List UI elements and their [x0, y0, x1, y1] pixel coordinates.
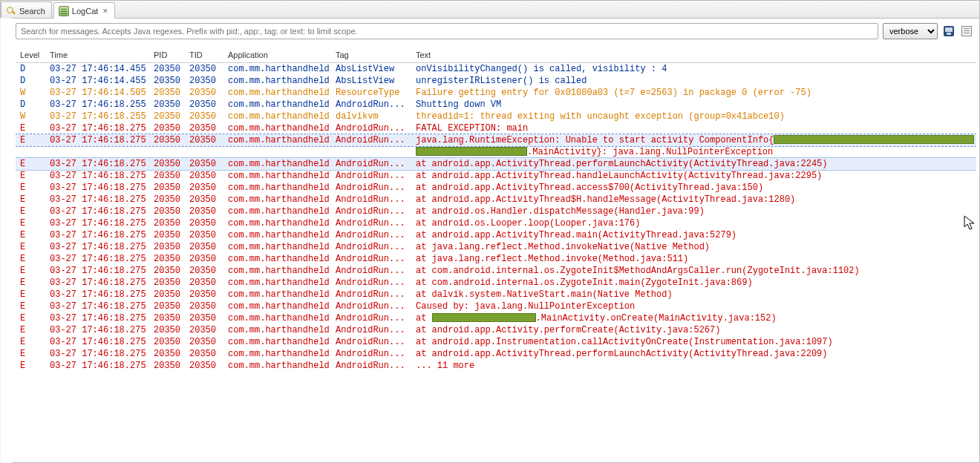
- cell-app: com.mm.harthandheld: [223, 206, 331, 217]
- cell-tid: 20350: [185, 241, 223, 253]
- col-header-tag[interactable]: Tag: [331, 49, 411, 63]
- cell-text: at android.os.Handler.dispatchMessage(Ha…: [411, 206, 976, 217]
- cell-text: at android.app.ActivityThread.access$700…: [411, 182, 976, 194]
- cell-pid: 20350: [149, 336, 185, 348]
- cell-time: 03-27 17:46:18.275: [45, 348, 149, 360]
- cell-time: 03-27 17:46:18.275: [45, 289, 149, 301]
- table-row[interactable]: E03-27 17:46:18.2752035020350com.mm.hart…: [16, 289, 976, 301]
- table-row[interactable]: E03-27 17:46:18.2752035020350com.mm.hart…: [16, 301, 976, 312]
- cell-text: at android.os.Looper.loop(Looper.java:17…: [411, 217, 976, 229]
- cell-text: .MainActivity}: java.lang.NullPointerExc…: [411, 146, 976, 158]
- cell-pid: 20350: [149, 111, 185, 122]
- close-icon[interactable]: ✕: [102, 7, 108, 15]
- cell-level: E: [16, 134, 45, 146]
- cell-tid: 20350: [185, 158, 223, 170]
- cell-time: 03-27 17:46:18.275: [45, 241, 149, 253]
- clear-log-button[interactable]: [960, 24, 973, 38]
- table-row[interactable]: E03-27 17:46:18.2752035020350com.mm.hart…: [16, 170, 976, 182]
- table-row[interactable]: E03-27 17:46:18.2752035020350com.mm.hart…: [16, 336, 976, 348]
- cell-text: at com.android.internal.os.ZygoteInit.ma…: [411, 277, 976, 289]
- table-row[interactable]: E03-27 17:46:18.2752035020350com.mm.hart…: [16, 229, 976, 241]
- cell-tag: dalvikvm: [331, 111, 411, 122]
- cell-time: 03-27 17:46:18.275: [45, 253, 149, 265]
- table-row[interactable]: E03-27 17:46:18.2752035020350com.mm.hart…: [16, 194, 976, 206]
- table-row[interactable]: E03-27 17:46:18.2752035020350com.mm.hart…: [16, 265, 976, 277]
- cell-tag: [331, 146, 411, 158]
- cell-level: E: [16, 336, 45, 348]
- cell-tid: 20350: [185, 312, 223, 324]
- tab-strip: Search LogCat ✕: [1, 1, 979, 19]
- cell-app: com.mm.harthandheld: [223, 265, 331, 277]
- table-row[interactable]: E03-27 17:46:18.2752035020350com.mm.hart…: [16, 206, 976, 217]
- cell-time: 03-27 17:46:18.255: [45, 99, 149, 111]
- cell-text: at android.app.ActivityThread.performLau…: [411, 348, 976, 360]
- cell-tag: AndroidRun...: [331, 336, 411, 348]
- table-row[interactable]: E03-27 17:46:18.2752035020350com.mm.hart…: [16, 360, 976, 372]
- table-row[interactable]: W03-27 17:46:18.2552035020350com.mm.hart…: [16, 111, 976, 122]
- cell-tag: AndroidRun...: [331, 99, 411, 111]
- level-select[interactable]: verbose: [883, 23, 938, 39]
- cell-app: com.mm.harthandheld: [223, 182, 331, 194]
- cell-app: com.mm.harthandheld: [223, 336, 331, 348]
- cell-level: E: [16, 253, 45, 265]
- search-input[interactable]: [16, 23, 878, 39]
- tab-logcat[interactable]: LogCat ✕: [53, 2, 115, 19]
- table-row[interactable]: E03-27 17:46:18.2752035020350com.mm.hart…: [16, 348, 976, 360]
- cell-text: at com.android.internal.os.ZygoteInit$Me…: [411, 265, 976, 277]
- table-row[interactable]: E03-27 17:46:18.2752035020350com.mm.hart…: [16, 241, 976, 253]
- table-row[interactable]: D03-27 17:46:14.4552035020350com.mm.hart…: [16, 63, 976, 76]
- cell-text: FATAL EXCEPTION: main: [411, 122, 976, 134]
- table-row[interactable]: E03-27 17:46:18.2752035020350com.mm.hart…: [16, 312, 976, 324]
- cell-text: at android.app.Instrumentation.callActiv…: [411, 336, 976, 348]
- cell-pid: [149, 146, 185, 158]
- save-log-button[interactable]: [942, 24, 956, 38]
- log-scroll[interactable]: Level Time PID TID Application Tag Text …: [16, 48, 976, 453]
- cell-pid: 20350: [149, 312, 185, 324]
- table-row[interactable]: D03-27 17:46:14.4552035020350com.mm.hart…: [16, 75, 976, 87]
- redacted-text: [432, 313, 536, 322]
- cell-app: com.mm.harthandheld: [223, 301, 331, 312]
- table-row[interactable]: E03-27 17:46:18.2752035020350com.mm.hart…: [16, 324, 976, 336]
- table-row[interactable]: E03-27 17:46:18.2752035020350com.mm.hart…: [16, 158, 976, 170]
- table-row[interactable]: E03-27 17:46:18.2752035020350com.mm.hart…: [16, 277, 976, 289]
- col-header-tid[interactable]: TID: [185, 49, 223, 63]
- table-row[interactable]: E03-27 17:46:18.2752035020350com.mm.hart…: [16, 217, 976, 229]
- cell-tag: AndroidRun...: [331, 170, 411, 182]
- table-row[interactable]: E03-27 17:46:18.2752035020350com.mm.hart…: [16, 182, 976, 194]
- table-row[interactable]: .MainActivity}: java.lang.NullPointerExc…: [16, 146, 976, 158]
- cell-text: at android.app.ActivityThread.handleLaun…: [411, 170, 976, 182]
- cell-level: E: [16, 301, 45, 312]
- save-icon: [944, 26, 954, 36]
- cell-app: com.mm.harthandheld: [223, 217, 331, 229]
- cell-pid: 20350: [149, 253, 185, 265]
- table-row[interactable]: E03-27 17:46:18.2752035020350com.mm.hart…: [16, 122, 976, 134]
- cell-tid: 20350: [185, 87, 223, 99]
- col-header-text[interactable]: Text: [411, 49, 976, 63]
- cell-app: com.mm.harthandheld: [223, 87, 331, 99]
- cell-app: com.mm.harthandheld: [223, 122, 331, 134]
- tab-search[interactable]: Search: [1, 1, 52, 18]
- cell-pid: 20350: [149, 324, 185, 336]
- table-row[interactable]: D03-27 17:46:18.2552035020350com.mm.hart…: [16, 99, 976, 111]
- cell-app: com.mm.harthandheld: [223, 277, 331, 289]
- col-header-app[interactable]: Application: [223, 49, 331, 63]
- col-header-time[interactable]: Time: [45, 49, 149, 63]
- col-header-level[interactable]: Level: [16, 49, 45, 63]
- cell-level: E: [16, 241, 45, 253]
- tab-label: Search: [19, 7, 45, 16]
- table-row[interactable]: W03-27 17:46:14.5052035020350com.mm.hart…: [16, 87, 976, 99]
- cell-level: E: [16, 265, 45, 277]
- cell-pid: 20350: [149, 75, 185, 87]
- cell-text: at android.app.ActivityThread$H.handleMe…: [411, 194, 976, 206]
- cell-level: E: [16, 229, 45, 241]
- table-row[interactable]: E03-27 17:46:18.2752035020350com.mm.hart…: [16, 253, 976, 265]
- cell-pid: 20350: [149, 289, 185, 301]
- cell-time: 03-27 17:46:18.275: [45, 360, 149, 372]
- col-header-pid[interactable]: PID: [149, 49, 185, 63]
- cell-text: at android.app.Activity.performCreate(Ac…: [411, 324, 976, 336]
- table-row[interactable]: E03-27 17:46:18.2752035020350com.mm.hart…: [16, 134, 976, 146]
- cell-tid: 20350: [185, 217, 223, 229]
- cell-time: 03-27 17:46:18.275: [45, 301, 149, 312]
- redacted-text: [774, 135, 974, 144]
- cell-tag: AndroidRun...: [331, 182, 411, 194]
